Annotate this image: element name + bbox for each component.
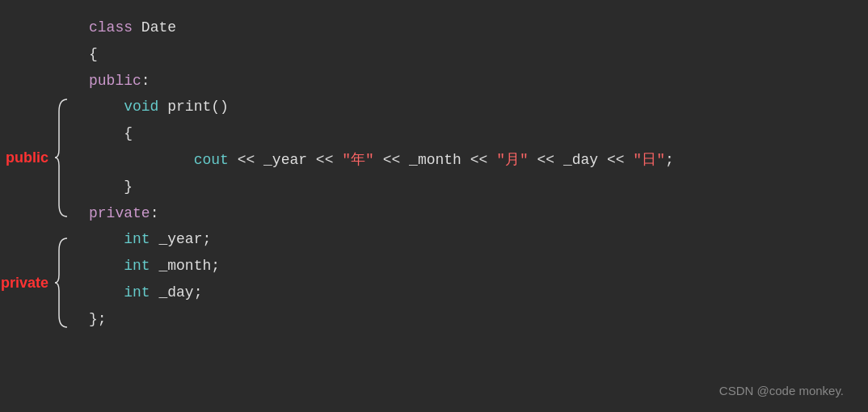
close-semi: }; <box>89 308 107 331</box>
code-line-inner-close: } <box>89 174 868 200</box>
public-annotation: public <box>0 95 71 221</box>
var-month: _month; <box>150 254 220 278</box>
op1: << _year << <box>229 149 342 172</box>
cout-keyword: cout <box>194 149 229 172</box>
colon-public: : <box>141 69 150 93</box>
indent-void <box>89 95 124 119</box>
int-month: int <box>124 254 150 278</box>
int-day: int <box>124 281 150 305</box>
public-brace-icon <box>55 95 71 221</box>
code-line-month: int _month; <box>89 253 868 280</box>
keyword-void: void <box>124 95 158 119</box>
var-day: _day; <box>150 281 203 305</box>
code-line-cout: cout << _year << "年" << _month << "月" <<… <box>89 147 868 174</box>
code-line-open-brace: { <box>89 41 868 68</box>
indent-year <box>89 228 124 251</box>
indent-cout <box>89 149 194 172</box>
brace-open: { <box>89 43 98 66</box>
int-year: int <box>124 228 150 251</box>
watermark: CSDN @code monkey. <box>719 381 844 401</box>
op2: << _month << <box>374 149 496 172</box>
code-container: class Date { public : void print() { <box>0 0 868 412</box>
str-year: "年" <box>342 149 374 172</box>
str-day: "日" <box>633 149 665 172</box>
indent-close <box>89 175 124 199</box>
indent-day <box>89 281 124 305</box>
code-line-public: public : <box>89 68 868 95</box>
private-brace-icon <box>55 234 71 331</box>
public-label: public <box>0 146 48 170</box>
private-annotation: private <box>0 234 71 331</box>
code-line-year: int _year; <box>89 226 868 253</box>
var-year: _year; <box>150 228 212 251</box>
code-line-day: int _day; <box>89 280 868 306</box>
code-line-close-semi: }; <box>89 306 868 333</box>
code-line-private: private : <box>89 200 868 227</box>
code-line-class: class Date <box>89 15 868 41</box>
colon-private: : <box>150 202 159 225</box>
keyword-public: public <box>89 69 141 93</box>
space <box>133 16 141 40</box>
func-print: print() <box>158 95 228 119</box>
semi-cout: ; <box>665 149 674 172</box>
indent-month <box>89 254 124 278</box>
keyword-class: class <box>89 16 133 40</box>
code-line-void: void print() <box>89 94 868 120</box>
code-line-inner-open: { <box>89 120 868 147</box>
str-month: "月" <box>496 149 529 172</box>
keyword-private: private <box>89 202 150 225</box>
inner-brace-open: { <box>124 122 133 145</box>
indent-inner <box>89 122 124 145</box>
private-label: private <box>0 271 48 295</box>
inner-brace-close: } <box>124 175 133 199</box>
classname-date: Date <box>141 16 176 40</box>
op3: << _day << <box>529 149 634 172</box>
